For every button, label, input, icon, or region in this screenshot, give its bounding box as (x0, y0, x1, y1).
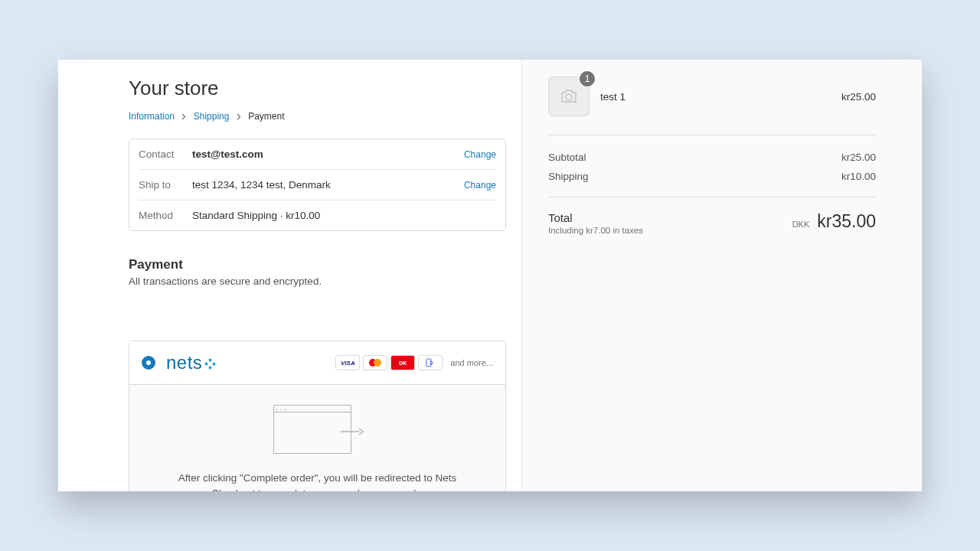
grand-total-left: Total Including kr7.00 in taxes (548, 211, 643, 235)
breadcrumb-payment: Payment (248, 111, 284, 122)
shipto-value: test 1234, 1234 test, Denmark (192, 179, 464, 191)
breadcrumb-information[interactable]: Information (129, 111, 175, 122)
payment-method-header[interactable]: nets VISA DK and more... (129, 341, 505, 385)
visa-icon: VISA (335, 355, 360, 370)
chevron-right-icon (181, 111, 186, 122)
payment-method-radio[interactable] (142, 356, 155, 370)
payment-section-title: Payment (129, 257, 506, 272)
cart-item-name: test 1 (600, 91, 841, 103)
nets-logo-text: nets (166, 352, 202, 373)
method-label: Method (139, 210, 192, 221)
change-contact-link[interactable]: Change (464, 149, 496, 160)
shipto-label: Ship to (139, 179, 192, 191)
total-amount: kr35.00 (817, 211, 876, 232)
contact-label: Contact (139, 148, 192, 160)
payment-method-name: nets (166, 352, 335, 373)
change-shipto-link[interactable]: Change (464, 180, 496, 191)
redirect-window-icon: • • • (273, 405, 362, 457)
nets-logo-dots-icon (204, 357, 217, 370)
dankort-icon: DK (390, 355, 415, 370)
store-title: Your store (129, 77, 506, 100)
shipping-value: kr10.00 (841, 171, 876, 182)
svg-point-2 (566, 94, 572, 100)
svg-rect-0 (426, 359, 431, 367)
grand-total-row: Total Including kr7.00 in taxes DKK kr35… (548, 197, 876, 235)
order-summary-sidebar: 1 test 1 kr25.00 Subtotal kr25.00 Shippi… (522, 60, 922, 491)
tax-note: Including kr7.00 in taxes (548, 226, 643, 235)
cart-item: 1 test 1 kr25.00 (548, 77, 876, 135)
checkout-window: Your store Information Shipping Payment … (58, 60, 922, 491)
mobilepay-icon (418, 355, 443, 370)
redirect-description: After clicking "Complete order", you wil… (172, 471, 463, 491)
main-panel: Your store Information Shipping Payment … (58, 60, 522, 491)
breadcrumb: Information Shipping Payment (129, 111, 506, 122)
chevron-right-icon (237, 111, 241, 122)
review-shipto-row: Ship to test 1234, 1234 test, Denmark Ch… (139, 170, 496, 201)
contact-value: test@test.com (192, 148, 464, 160)
subtotal-label: Subtotal (548, 152, 586, 163)
product-thumbnail: 1 (548, 77, 590, 116)
payment-section-subtitle: All transactions are secure and encrypte… (129, 276, 506, 287)
quantity-badge: 1 (580, 71, 595, 86)
method-value: Standard Shipping · kr10.00 (192, 210, 496, 221)
subtotal-row: Subtotal kr25.00 (548, 148, 876, 167)
camera-icon (560, 89, 578, 104)
grand-total-right: DKK kr35.00 (792, 211, 876, 232)
cart-item-price: kr25.00 (841, 91, 876, 103)
review-method-row: Method Standard Shipping · kr10.00 (139, 201, 496, 230)
and-more-text: and more... (450, 358, 493, 367)
shipping-row: Shipping kr10.00 (548, 167, 876, 186)
review-box: Contact test@test.com Change Ship to tes… (129, 139, 506, 231)
payment-method-body: • • • After clicking "Complete order", y… (129, 385, 505, 491)
review-contact-row: Contact test@test.com Change (139, 139, 496, 170)
mastercard-icon (363, 355, 387, 370)
payment-method-box: nets VISA DK and more... • • • (129, 341, 506, 491)
total-label: Total (548, 211, 643, 224)
payment-card-icons: VISA DK and more... (335, 355, 493, 370)
subtotal-value: kr25.00 (841, 152, 876, 163)
breadcrumb-shipping[interactable]: Shipping (194, 111, 230, 122)
totals-section: Subtotal kr25.00 Shipping kr10.00 Total … (548, 135, 876, 235)
shipping-label: Shipping (548, 171, 589, 182)
currency-code: DKK (792, 220, 810, 229)
